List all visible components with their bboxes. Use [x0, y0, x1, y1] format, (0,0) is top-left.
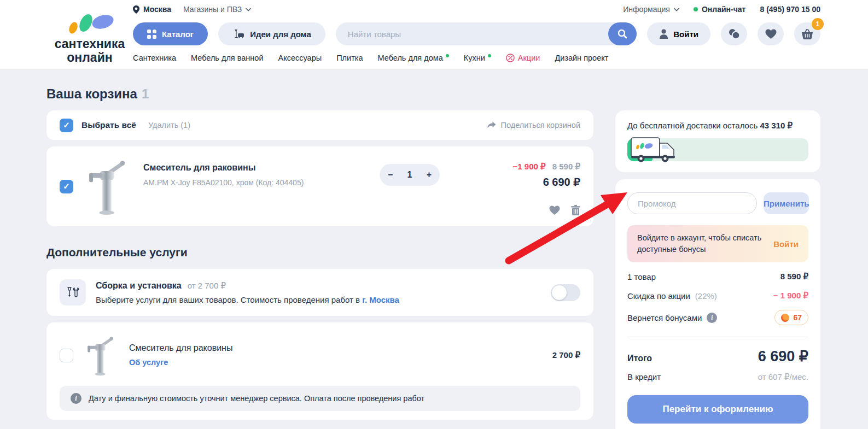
total-row: Итого 6 690 ₽	[627, 348, 808, 365]
add-to-favorites-button[interactable]	[549, 205, 560, 215]
apply-promo-button[interactable]: Применить	[764, 192, 809, 214]
summary-items-row: 1 товар 8 590 ₽	[627, 272, 808, 281]
select-all-checkbox[interactable]: ✓	[60, 119, 73, 132]
nav-item-mebel-vannoy[interactable]: Мебель для ванной	[191, 54, 264, 62]
nav-item-dizayn-proekt[interactable]: Дизайн проект	[555, 54, 608, 62]
home-ideas-button[interactable]: Идеи для дома	[218, 22, 325, 45]
total-label: Итого	[627, 354, 652, 363]
credit-label: В кредит	[627, 372, 661, 382]
cart-count-badge: 1	[812, 18, 824, 30]
quantity-stepper[interactable]: − 1 +	[380, 164, 440, 186]
favorites-button[interactable]	[758, 22, 784, 45]
tools-icon	[66, 285, 80, 299]
summary-discount-row: Скидка по акции (22%) − 1 900 ₽	[627, 291, 808, 301]
services-title: Дополнительные услуги	[46, 246, 593, 259]
heart-icon	[549, 205, 560, 215]
cart-items-count: 1	[142, 86, 149, 101]
item-checkbox[interactable]: ✓	[60, 180, 73, 193]
remove-item-button[interactable]	[571, 205, 580, 215]
free-delivery-card: До бесплатной доставки осталось 43 310 ₽	[615, 110, 820, 172]
chevron-down-icon	[246, 8, 251, 11]
service-note-text: Дату и финальную стоимость уточнит менед…	[89, 394, 424, 403]
cart-item-row: ✓ Смеситель для раковины AM.PM X-Joy F85…	[46, 146, 593, 226]
order-summary-card: Применить Войдите в аккаунт, чтобы списа…	[615, 179, 820, 429]
info-dropdown[interactable]: Информация	[623, 5, 679, 14]
info-label: Информация	[623, 5, 670, 14]
logo-icon	[65, 11, 115, 36]
catalog-button[interactable]: Каталог	[133, 22, 208, 45]
search-icon	[617, 29, 627, 39]
city-link[interactable]: г. Москва	[362, 295, 399, 304]
heart-icon	[765, 29, 777, 39]
bonus-amount: 67	[793, 313, 802, 322]
logo[interactable]: сантехника онлайн	[46, 3, 133, 69]
delete-selected-link[interactable]: Удалить (1)	[148, 121, 190, 130]
assembly-toggle[interactable]	[551, 284, 580, 301]
item-title[interactable]: Смеситель для раковины	[143, 163, 304, 173]
search-input[interactable]	[336, 22, 637, 45]
nav-item-akcii[interactable]: Акции	[506, 54, 540, 62]
nav-item-mebel-doma[interactable]: Мебель для дома	[378, 54, 449, 62]
nav-item-kuhni[interactable]: Кухни	[464, 54, 491, 62]
item-old-price: 8 590 ₽	[552, 162, 580, 171]
search-button[interactable]	[608, 22, 637, 45]
location-pin-icon	[133, 5, 139, 14]
site-header: сантехника онлайн Москва Магазины и ПВЗ	[0, 0, 868, 70]
new-dot	[488, 54, 491, 57]
service-item-row: Смеситель для раковины Об услуге 2 700 ₽	[60, 328, 580, 386]
checkout-button[interactable]: Перейти к оформлению	[627, 395, 808, 424]
compare-icon	[728, 28, 740, 39]
free-delivery-amount: 43 310 ₽	[760, 121, 793, 130]
service-item-name: Смеситель для раковины	[129, 343, 232, 353]
chevron-down-icon	[674, 8, 679, 11]
logo-text-line2: онлайн	[46, 51, 133, 64]
select-all-label[interactable]: Выбрать всё	[81, 120, 136, 130]
bonus-login-banner: Войдите в аккаунт, чтобы списать доступн…	[627, 225, 808, 262]
qty-value: 1	[407, 170, 412, 180]
summary-bonus-row: Вернется бонусами i 67	[627, 310, 808, 325]
nav-item-santehnika[interactable]: Сантехника	[133, 54, 176, 62]
city-selector[interactable]: Москва	[133, 5, 171, 14]
nav-item-plitka[interactable]: Плитка	[336, 54, 363, 62]
item-price: 6 690 ₽	[463, 175, 580, 189]
delivery-progress-bar	[627, 138, 808, 161]
bonus-coin-icon	[781, 314, 789, 322]
new-dot	[446, 54, 449, 57]
share-cart-button[interactable]: Поделиться корзиной	[487, 121, 581, 130]
logo-text-line1: сантехника	[46, 37, 133, 51]
qty-plus-button[interactable]: +	[427, 170, 432, 180]
cart-toolbar: ✓ Выбрать всё Удалить (1) Поделиться кор…	[46, 110, 593, 140]
promo-code-input[interactable]	[627, 192, 757, 214]
city-label: Москва	[143, 5, 171, 14]
cart-button[interactable]: 1	[794, 22, 820, 45]
user-icon	[659, 29, 668, 39]
assembly-from-price: от 2 700 ₽	[188, 281, 226, 291]
product-image-faucet	[84, 157, 129, 215]
main-navigation: Сантехника Мебель для ванной Аксессуары …	[133, 54, 820, 62]
nav-item-aksessuary[interactable]: Аксессуары	[278, 54, 322, 62]
item-discount: −1 900 ₽	[513, 162, 546, 171]
home-ideas-label: Идеи для дома	[250, 30, 311, 39]
bonus-info-icon[interactable]: i	[707, 313, 717, 323]
toggle-knob	[552, 285, 567, 300]
online-chat-link[interactable]: Онлайн-чат	[694, 5, 746, 14]
checkmark-icon: ✓	[63, 120, 70, 130]
stores-link[interactable]: Магазины и ПВЗ	[183, 5, 251, 14]
login-button[interactable]: Войти	[647, 22, 710, 45]
service-item-checkbox[interactable]	[60, 349, 73, 362]
online-status-dot	[694, 7, 698, 11]
summary-discount-pct: (22%)	[695, 291, 717, 301]
login-label: Войти	[673, 30, 698, 39]
page-title: Ваша корзина1	[46, 86, 593, 102]
checkmark-icon: ✓	[63, 181, 70, 191]
order-sidebar: До бесплатной доставки осталось 43 310 ₽	[615, 70, 820, 429]
phone-number[interactable]: 8 (495) 970 15 00	[760, 5, 820, 14]
qty-minus-button[interactable]: −	[388, 170, 393, 180]
lamp-sofa-icon	[232, 29, 244, 39]
delivery-van-icon	[629, 133, 679, 163]
service-product-image-faucet	[84, 334, 116, 376]
bonus-login-link[interactable]: Войти	[773, 239, 799, 249]
compare-button[interactable]	[721, 22, 747, 45]
about-service-link[interactable]: Об услуге	[129, 358, 168, 367]
assembly-description: Выберите услуги для ваших товаров. Стоим…	[96, 295, 360, 304]
